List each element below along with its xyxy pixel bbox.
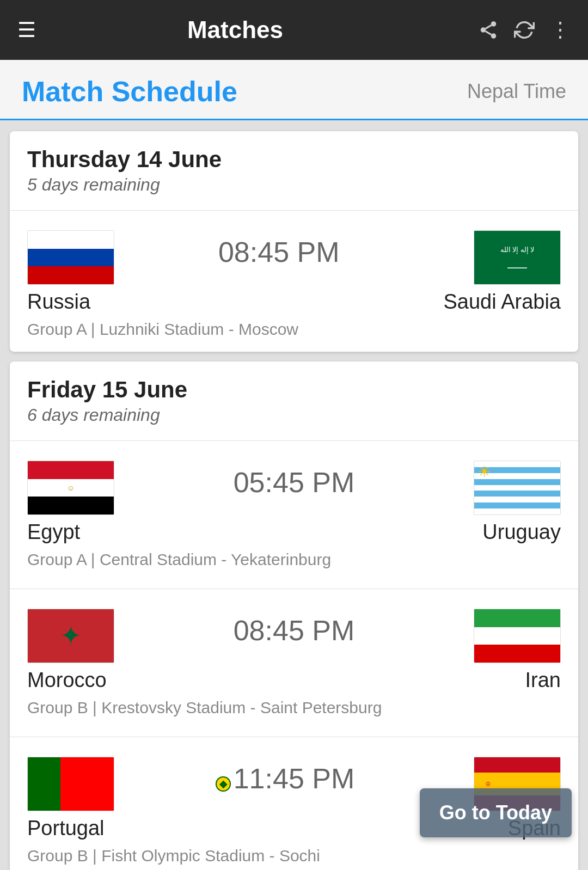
match-info-3: Group B | Krestovsky Stadium - Saint Pet… [27, 699, 561, 717]
match-info-4: Group B | Fisht Olympic Stadium - Sochi [27, 847, 561, 865]
go-to-today-button[interactable]: Go to Today [420, 788, 572, 837]
share-button[interactable] [478, 20, 499, 40]
svg-line-3 [486, 31, 492, 34]
schedule-title: Match Schedule [22, 75, 237, 108]
day-header-friday: Friday 15 June 6 days remaining [10, 362, 578, 432]
match-time-3: 08:45 PM [114, 609, 474, 647]
table-row[interactable]: ☺ Egypt 05:45 PM ☀ [10, 450, 578, 544]
day-divider [10, 210, 578, 211]
match-time-2: 05:45 PM [114, 461, 474, 499]
home-team-russia: Russia [27, 230, 114, 314]
home-team-morocco: ✦ Morocco [27, 609, 114, 692]
flag-portugal: ◆ [27, 757, 114, 811]
top-bar-actions: ⋮ [478, 18, 571, 42]
days-remaining-thursday: 5 days remaining [27, 175, 561, 195]
team-name-saudi: Saudi Arabia [444, 290, 561, 314]
day-card-thursday: Thursday 14 June 5 days remaining Russia… [10, 131, 578, 352]
schedule-header: Match Schedule Nepal Time [0, 60, 588, 120]
refresh-button[interactable] [514, 20, 535, 40]
flag-uruguay: ☀ [474, 461, 561, 515]
match-divider-1 [10, 589, 578, 589]
svg-point-1 [481, 27, 486, 33]
flag-russia [27, 230, 114, 285]
flag-morocco: ✦ [27, 609, 114, 663]
day-title-friday: Friday 15 June [27, 377, 561, 403]
timezone-label: Nepal Time [467, 80, 566, 103]
flag-egypt: ☺ [27, 461, 114, 515]
match-info-1: Group A | Luzhniki Stadium - Moscow [27, 320, 561, 339]
svg-line-4 [486, 25, 492, 28]
table-row[interactable]: Russia 08:45 PM لا إله إلا الله ⎯⎯⎯ Saud… [10, 219, 578, 314]
away-team-uruguay: ☀ Uruguay [474, 461, 561, 544]
team-name-russia: Russia [27, 290, 90, 314]
team-name-uruguay: Uruguay [482, 520, 561, 544]
team-name-morocco: Morocco [27, 669, 107, 692]
svg-point-0 [491, 21, 497, 27]
day-header-thursday: Thursday 14 June 5 days remaining [10, 131, 578, 201]
team-name-iran: Iran [525, 669, 561, 692]
day-title-thursday: Thursday 14 June [27, 146, 561, 173]
match-time-1: 08:45 PM [114, 230, 444, 268]
days-remaining-friday: 6 days remaining [27, 405, 561, 425]
flag-saudi-arabia: لا إله إلا الله ⎯⎯⎯ [474, 230, 561, 285]
match-info-2: Group A | Central Stadium - Yekaterinbur… [27, 550, 561, 569]
matches-content: Thursday 14 June 5 days remaining Russia… [0, 120, 588, 870]
table-row[interactable]: ✦ Morocco 08:45 PM ︎ Iran [10, 598, 578, 692]
match-time-4: 11:45 PM [114, 757, 474, 795]
flag-iran: ︎ [474, 609, 561, 663]
home-team-egypt: ☺ Egypt [27, 461, 114, 544]
match-divider-2 [10, 737, 578, 737]
top-bar: ☰ Matches ⋮ [0, 0, 588, 60]
day-divider-friday [10, 440, 578, 441]
team-name-portugal: Portugal [27, 817, 105, 840]
away-team-iran: ︎ Iran [474, 609, 561, 692]
away-team-saudi: لا إله إلا الله ⎯⎯⎯ Saudi Arabia [444, 230, 561, 314]
home-team-portugal: ◆ Portugal [27, 757, 114, 840]
team-name-egypt: Egypt [27, 520, 80, 544]
svg-point-2 [491, 33, 497, 38]
page-title: Matches [0, 16, 478, 44]
more-options-button[interactable]: ⋮ [550, 18, 571, 42]
